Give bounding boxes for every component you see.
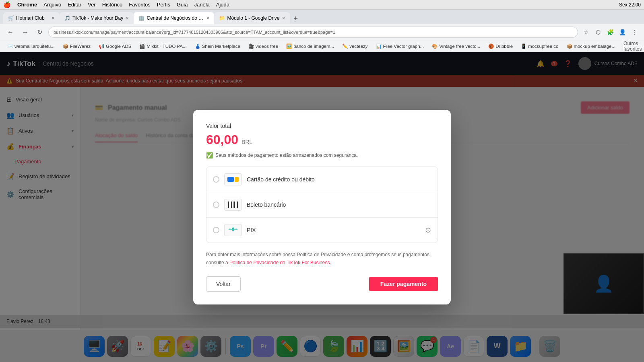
bookmark-favicon-vintage: 🎨 (432, 43, 438, 49)
modal-amount-area: 60,00 BRL (206, 132, 438, 147)
bookmark-mixkit[interactable]: 🎬 Mixkit - TUDO PA... (136, 43, 190, 50)
forward-button[interactable]: → (19, 27, 31, 38)
tab-favicon-gdrive: 📁 (219, 15, 225, 21)
menu-arquivo[interactable]: Arquivo (43, 2, 61, 8)
menu-chrome[interactable]: Chrome (17, 2, 37, 8)
bookmark-favicon-mockup-emb: 📦 (567, 43, 572, 49)
menubar: 🍎 Chrome Arquivo Editar Ver Histórico Fa… (0, 0, 644, 10)
svg-rect-6 (237, 202, 238, 208)
svg-marker-9 (234, 228, 238, 230)
svg-rect-1 (230, 202, 230, 208)
svg-rect-5 (236, 202, 236, 208)
tab-close-tiktok-make[interactable]: × (126, 15, 129, 21)
bookmark-webmail[interactable]: ✉️ webmail.arquitetu... (4, 43, 58, 50)
bookmark-mockupfree[interactable]: 📱 mockupfree.co (518, 43, 561, 50)
back-button[interactable]: Voltar (206, 276, 241, 292)
profile-icon[interactable]: 👤 (617, 27, 627, 37)
modal-currency: BRL (242, 139, 252, 145)
pix-icon (224, 224, 242, 236)
bookmark-label-freevector: Free Vector graph... (383, 44, 424, 49)
bookmark-favicon-mixkit: 🎬 (139, 43, 145, 49)
menu-ver[interactable]: Ver (88, 2, 96, 8)
tab-hotmart[interactable]: 🛒 Hotmart Club × (3, 12, 60, 24)
refresh-button[interactable]: ↻ (34, 27, 45, 38)
bookmark-star-icon[interactable]: ☆ (581, 27, 591, 37)
tab-favicon-tiktok-make: 🎵 (64, 15, 70, 21)
bookmark-label-vecteezy: vecteezy (349, 44, 367, 49)
menu-historico[interactable]: Histórico (102, 2, 123, 8)
address-right: ☆ ⬡ 🧩 👤 ⋮ (581, 27, 639, 37)
menu-editar[interactable]: Editar (68, 2, 81, 8)
tab-label-tiktok-central: Central de Negócios do TikTok (147, 15, 204, 21)
tab-label-tiktok-make: TikTok - Make Your Day (72, 15, 123, 21)
bookmark-vintage[interactable]: 🎨 Vintage free vecto... (429, 43, 483, 50)
radio-boleto[interactable] (213, 202, 219, 208)
apple-menu[interactable]: 🍎 (3, 1, 11, 8)
tab-label-hotmart: Hotmart Club (16, 15, 49, 21)
menu-time: Sex 22:00 (619, 2, 641, 8)
tab-close-tiktok-central[interactable]: × (206, 15, 209, 21)
tab-tiktok-central[interactable]: 🏢 Central de Negócios do TikTok × (134, 12, 214, 24)
bookmark-label-videos: videos free (256, 44, 278, 49)
bookmark-vecteezy[interactable]: ✏️ vecteezy (339, 43, 371, 50)
menu-perfis[interactable]: Perfis (157, 2, 170, 8)
new-tab-button[interactable]: + (290, 13, 301, 24)
tab-label-gdrive: Módulo 1 - Google Drive (227, 15, 279, 21)
tab-gdrive[interactable]: 📁 Módulo 1 - Google Drive × (214, 12, 290, 24)
bookmark-freevector[interactable]: 📊 Free Vector graph... (373, 43, 427, 50)
bookmark-favicon-shein: 👗 (195, 43, 200, 49)
tab-favicon-tiktok-central: 🏢 (138, 15, 144, 21)
browser-window: 🛒 Hotmart Club × 🎵 TikTok - Make Your Da… (0, 10, 644, 362)
radio-pix[interactable] (213, 227, 219, 233)
payment-option-pix[interactable]: PIX ⊙ (206, 218, 438, 243)
menu-ajuda[interactable]: Ajuda (216, 2, 229, 8)
tiktok-main: ⊞ Visão geral 👥 Usuários ▾ 📋 Ativos ▾ (0, 87, 644, 362)
tiktok-app: ♪ TikTok : Central de Negocios 🔔 1 ❓ Cur… (0, 52, 644, 362)
tab-favicon-hotmart: 🛒 (8, 15, 14, 21)
svg-rect-3 (233, 202, 233, 208)
bookmark-label-google-ads: Google ADS (106, 44, 131, 49)
menu-janela[interactable]: Janela (194, 2, 209, 8)
bookmark-label-mockupfree: mockupfree.co (528, 44, 558, 49)
bookmark-label-banco: banco de imagem... (293, 44, 334, 49)
bookmark-dribbble[interactable]: 🏀 Dribbble (485, 43, 516, 50)
privacy-link[interactable]: Política de Privacidade do TikTok For Bu… (229, 260, 330, 265)
bookmark-shein[interactable]: 👗 Shein Marketplace (192, 43, 244, 50)
menu-guia[interactable]: Guia (177, 2, 188, 8)
address-bar: ← → ↻ business.tiktok.com/manage/payment… (0, 24, 644, 40)
payment-option-card[interactable]: Cartão de crédito ou débito (206, 167, 438, 192)
screen-cast-icon[interactable]: ⬡ (593, 27, 603, 37)
bookmark-videos[interactable]: 🎥 videos free (245, 43, 281, 50)
bookmark-google-ads[interactable]: 📢 Google ADS (95, 43, 134, 50)
tab-tiktok-make[interactable]: 🎵 TikTok - Make Your Day × (60, 12, 134, 24)
security-notice: ✅ Seus métodos de pagamento estão armaze… (206, 152, 438, 158)
bookmark-mockup-emb[interactable]: 📦 mockup embalage... (564, 43, 619, 50)
back-button[interactable]: ← (5, 27, 16, 38)
bookmark-filewarez[interactable]: 📦 FileWarez (60, 43, 94, 50)
payment-option-boleto[interactable]: Boleto bancário (206, 192, 438, 218)
boleto-icon (224, 199, 242, 211)
tab-close-gdrive[interactable]: × (282, 15, 285, 21)
bookmarks-more-button[interactable]: Outros favoritos (620, 40, 644, 52)
bookmark-favicon-filewarez: 📦 (63, 43, 68, 49)
svg-rect-4 (234, 202, 235, 208)
bookmark-label-mixkit: Mixkit - TUDO PA... (147, 44, 186, 49)
pay-button[interactable]: Fazer pagamento (369, 277, 438, 291)
card-icon (224, 173, 242, 185)
privacy-text: Para obter mais informações sobre nossa … (206, 251, 438, 266)
radio-card[interactable] (213, 176, 219, 183)
privacy-text-2: . (330, 260, 331, 265)
bookmark-favicon-google-ads: 📢 (99, 43, 104, 49)
menu-favoritos[interactable]: Favoritos (129, 2, 150, 8)
tab-close-hotmart[interactable]: × (52, 15, 55, 21)
modal-title: Valor total (206, 123, 438, 129)
more-options-icon[interactable]: ⋮ (630, 27, 639, 37)
bookmark-favicon-vecteezy: ✏️ (342, 43, 348, 49)
bookmark-label-dribbble: Dribbble (495, 44, 513, 49)
bookmark-banco[interactable]: 🖼️ banco de imagem... (283, 43, 337, 50)
extension-icon[interactable]: 🧩 (605, 27, 615, 37)
svg-rect-0 (228, 202, 229, 208)
modal-overlay: Valor total 60,00 BRL ✅ Seus métodos de … (0, 87, 644, 362)
url-bar[interactable]: business.tiktok.com/manage/payment/accou… (48, 27, 578, 38)
modal-footer: Voltar Fazer pagamento (206, 276, 438, 292)
